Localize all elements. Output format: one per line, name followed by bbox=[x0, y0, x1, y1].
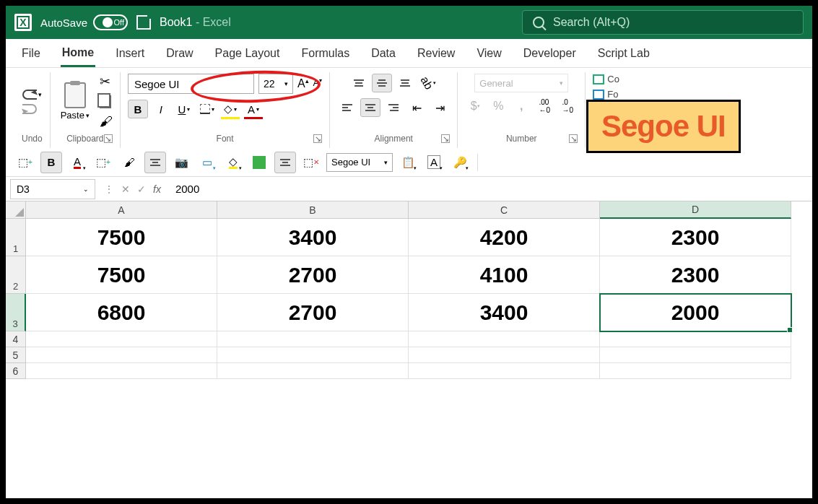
cell-b2[interactable]: 2700 bbox=[217, 256, 409, 294]
font-color-button[interactable]: A▾ bbox=[243, 100, 264, 118]
tab-review[interactable]: Review bbox=[416, 41, 456, 66]
tab-page-layout[interactable]: Page Layout bbox=[214, 41, 282, 66]
format-as-table-button[interactable]: Fo bbox=[593, 89, 619, 100]
cell-c4[interactable] bbox=[409, 331, 600, 347]
fbar-dropdown-icon[interactable]: ⋮ bbox=[104, 183, 114, 195]
col-header-c[interactable]: C bbox=[409, 201, 600, 219]
tab-file[interactable]: File bbox=[20, 41, 42, 66]
qat-align-center-button-2[interactable] bbox=[274, 152, 296, 173]
tab-script-lab[interactable]: Script Lab bbox=[596, 41, 651, 66]
font-name-input[interactable]: Segoe UI bbox=[128, 74, 254, 94]
cell-c3[interactable]: 3400 bbox=[409, 294, 600, 331]
cell-b6[interactable] bbox=[217, 363, 409, 379]
border-button[interactable]: ▾ bbox=[197, 100, 217, 118]
row-header-6[interactable]: 6 bbox=[6, 363, 26, 379]
cell-a3[interactable]: 6800 bbox=[26, 294, 217, 331]
increase-indent-button[interactable]: ⇥ bbox=[430, 98, 450, 117]
cell-c6[interactable] bbox=[409, 363, 600, 379]
qat-shapes-button[interactable]: ▭▾ bbox=[196, 152, 218, 173]
cell-a5[interactable] bbox=[26, 347, 217, 363]
decrease-font-size-button[interactable]: A▾ bbox=[313, 77, 323, 90]
tab-insert[interactable]: Insert bbox=[114, 41, 146, 66]
cell-b1[interactable]: 3400 bbox=[217, 219, 409, 256]
tab-formulas[interactable]: Formulas bbox=[300, 41, 351, 66]
paste-button[interactable]: Paste ▾ bbox=[58, 79, 92, 123]
cell-a2[interactable]: 7500 bbox=[26, 256, 217, 294]
tab-view[interactable]: View bbox=[475, 41, 502, 66]
qat-align-center-button[interactable] bbox=[144, 152, 166, 173]
qat-key-button[interactable]: 🔑▾ bbox=[449, 152, 471, 173]
cell-d5[interactable] bbox=[600, 347, 791, 363]
row-header-5[interactable]: 5 bbox=[6, 347, 26, 363]
cell-b4[interactable] bbox=[217, 331, 409, 347]
fbar-enter-icon[interactable]: ✓ bbox=[137, 183, 146, 195]
number-launcher-icon[interactable]: ↘ bbox=[569, 134, 578, 143]
cell-d1[interactable]: 2300 bbox=[600, 219, 791, 256]
cell-b3[interactable]: 2700 bbox=[217, 294, 409, 331]
name-box[interactable]: D3⌄ bbox=[10, 179, 95, 199]
qat-format-painter-button[interactable]: 🖌 bbox=[118, 152, 140, 173]
redo-button[interactable] bbox=[22, 104, 42, 114]
toggle-switch-icon[interactable]: Off bbox=[93, 14, 128, 30]
row-header-4[interactable]: 4 bbox=[6, 331, 26, 347]
tab-home[interactable]: Home bbox=[61, 40, 95, 67]
alignment-launcher-icon[interactable]: ↘ bbox=[441, 134, 450, 143]
select-all-corner[interactable] bbox=[6, 201, 26, 219]
align-middle-button[interactable] bbox=[372, 74, 392, 92]
qat-insert-col-button[interactable]: ⬚+ bbox=[92, 152, 114, 173]
formula-input[interactable]: 2000 bbox=[170, 183, 812, 195]
qat-paste-button[interactable]: 📋▾ bbox=[397, 152, 419, 173]
col-header-d[interactable]: D bbox=[600, 201, 791, 219]
document-title[interactable]: Book1 - Excel bbox=[160, 16, 231, 29]
save-icon[interactable] bbox=[136, 15, 151, 30]
align-left-button[interactable] bbox=[337, 98, 357, 117]
fill-color-button[interactable]: ◇▾ bbox=[220, 100, 240, 118]
fx-icon[interactable]: fx bbox=[153, 183, 161, 195]
cell-a4[interactable] bbox=[26, 331, 217, 347]
tab-developer[interactable]: Developer bbox=[522, 41, 578, 66]
copy-button[interactable] bbox=[100, 95, 111, 108]
qat-color-swatch-button[interactable] bbox=[248, 152, 270, 173]
spreadsheet-grid[interactable]: A B C D 1 7500 3400 4200 2300 2 7500 270… bbox=[6, 201, 812, 379]
cell-c2[interactable]: 4100 bbox=[409, 256, 600, 294]
comma-format-button[interactable]: , bbox=[511, 97, 531, 116]
cell-d3[interactable]: 2000 bbox=[600, 294, 791, 331]
decrease-indent-button[interactable]: ⇤ bbox=[406, 98, 427, 117]
align-center-button[interactable] bbox=[360, 98, 380, 117]
align-bottom-button[interactable] bbox=[395, 74, 415, 92]
accounting-format-button[interactable]: $▾ bbox=[465, 97, 485, 116]
font-launcher-icon[interactable]: ↘ bbox=[313, 134, 322, 143]
bold-button[interactable]: B bbox=[128, 100, 148, 118]
percent-format-button[interactable]: % bbox=[488, 97, 508, 116]
cut-button[interactable]: ✂ bbox=[100, 74, 113, 90]
tab-draw[interactable]: Draw bbox=[165, 41, 194, 66]
qat-fill-color-button[interactable]: ◇▾ bbox=[222, 152, 244, 173]
row-header-3[interactable]: 3 bbox=[6, 294, 26, 331]
qat-bold-button[interactable]: B bbox=[40, 152, 62, 173]
tab-data[interactable]: Data bbox=[370, 41, 397, 66]
clipboard-launcher-icon[interactable]: ↘ bbox=[104, 134, 113, 143]
qat-font-dropdown[interactable]: Segoe UI▾ bbox=[326, 153, 393, 172]
increase-decimal-button[interactable]: .00←0 bbox=[534, 97, 554, 116]
format-painter-button[interactable]: 🖌 bbox=[100, 114, 113, 129]
number-format-dropdown[interactable]: General▾ bbox=[474, 74, 568, 92]
cell-c5[interactable] bbox=[409, 347, 600, 363]
increase-font-size-button[interactable]: A▴ bbox=[297, 77, 309, 90]
cell-d6[interactable] bbox=[600, 363, 791, 379]
row-header-1[interactable]: 1 bbox=[6, 219, 26, 256]
qat-insert-row-button[interactable]: ⬚+ bbox=[14, 152, 36, 173]
orientation-button[interactable]: ab▾ bbox=[418, 74, 438, 92]
cell-b5[interactable] bbox=[217, 347, 409, 363]
search-box[interactable]: Search (Alt+Q) bbox=[522, 10, 804, 35]
autosave-toggle[interactable]: AutoSave Off bbox=[40, 14, 128, 30]
col-header-a[interactable]: A bbox=[26, 201, 217, 219]
row-header-2[interactable]: 2 bbox=[6, 256, 26, 294]
cell-d2[interactable]: 2300 bbox=[600, 256, 791, 294]
qat-font-color-button[interactable]: A▾ bbox=[66, 152, 88, 173]
font-size-input[interactable]: 22▾ bbox=[258, 74, 293, 94]
underline-button[interactable]: U▾ bbox=[174, 100, 194, 118]
italic-button[interactable]: I bbox=[151, 100, 171, 118]
decrease-decimal-button[interactable]: .0→0 bbox=[557, 97, 578, 116]
cell-a1[interactable]: 7500 bbox=[26, 219, 217, 256]
conditional-formatting-button[interactable]: Co bbox=[593, 74, 619, 84]
